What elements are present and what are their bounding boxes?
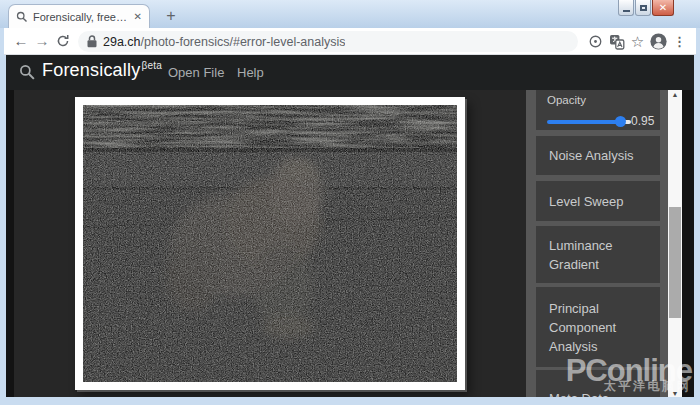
window-controls: ✕ xyxy=(617,0,674,16)
forward-button[interactable]: → xyxy=(33,28,51,54)
browser-menu-icon[interactable]: ⋮ xyxy=(669,32,690,51)
padlock-icon[interactable] xyxy=(87,35,97,48)
app-title: Forensicallyβeta xyxy=(42,60,162,81)
app-beta-label: βeta xyxy=(141,60,161,71)
tools-sidebar: Opacity 0.95 Noise Analysis Level Sweep … xyxy=(526,90,668,397)
opacity-label: Opacity xyxy=(547,94,652,107)
ela-settings-panel: Opacity 0.95 xyxy=(536,90,660,130)
maximize-button[interactable] xyxy=(635,0,651,16)
minimize-button[interactable] xyxy=(618,0,634,16)
scrollbar-down-icon[interactable]: ▼ xyxy=(668,390,682,397)
minimize-icon xyxy=(623,10,630,12)
url-path: /photo-forensics/#error-level-analysis xyxy=(141,35,346,49)
app-logo-magnifier-icon xyxy=(19,64,36,85)
app-header: Forensicallyβeta Open File Help xyxy=(6,55,694,90)
analysis-canvas[interactable] xyxy=(14,90,526,397)
browser-tab[interactable]: Forensically, free online photo ✕ xyxy=(8,4,150,29)
tab-title: Forensically, free online photo xyxy=(33,11,129,23)
sidebar-scrollbar[interactable]: ▲ ▼ xyxy=(668,90,682,397)
back-button[interactable]: ← xyxy=(12,28,30,54)
tab-close-icon[interactable]: ✕ xyxy=(134,12,142,22)
opacity-slider-track xyxy=(547,120,623,124)
browser-toolbar: ← → 29a.ch/photo-forensics/#error-level-… xyxy=(4,28,696,55)
browser-window: Forensically, free online photo ✕ + ✕ ← … xyxy=(0,0,700,405)
scrollbar-up-icon[interactable]: ▲ xyxy=(668,91,682,98)
tool-button-principal-component-analysis[interactable]: Principal Component Analysis xyxy=(536,287,660,367)
opacity-slider-thumb[interactable] xyxy=(615,116,626,127)
profile-avatar[interactable] xyxy=(648,32,669,51)
close-button[interactable]: ✕ xyxy=(652,0,674,16)
translate-icon[interactable] xyxy=(606,32,627,51)
menu-help[interactable]: Help xyxy=(237,65,264,80)
zoom-indicator-icon[interactable] xyxy=(585,32,606,51)
bookmark-star-icon[interactable]: ☆ xyxy=(627,32,648,51)
workspace: Opacity 0.95 Noise Analysis Level Sweep … xyxy=(6,90,694,397)
tool-button-meta-data[interactable]: Meta Data xyxy=(536,370,660,397)
reload-button[interactable] xyxy=(56,34,70,52)
new-tab-button[interactable]: + xyxy=(160,6,182,26)
tool-button-noise-analysis[interactable]: Noise Analysis xyxy=(536,136,660,175)
url-domain: 29a.ch xyxy=(103,35,141,49)
ela-result-image xyxy=(83,105,457,382)
toolbar-action-icons: ☆ ⋮ xyxy=(585,32,690,51)
forensically-page: Forensicallyβeta Open File Help xyxy=(6,55,694,397)
menu-open-file[interactable]: Open File xyxy=(168,65,224,80)
tab-favicon-magnifier-icon xyxy=(16,11,28,23)
titlebar: Forensically, free online photo ✕ + ✕ xyxy=(0,0,700,28)
tool-button-level-sweep[interactable]: Level Sweep xyxy=(536,181,660,221)
opacity-slider[interactable] xyxy=(547,116,631,127)
opacity-value: 0.95 xyxy=(631,112,654,131)
tool-button-luminance-gradient[interactable]: Luminance Gradient xyxy=(536,226,660,283)
address-bar[interactable]: 29a.ch/photo-forensics/#error-level-anal… xyxy=(78,31,578,52)
url-text[interactable]: 29a.ch/photo-forensics/#error-level-anal… xyxy=(103,35,345,49)
scrollbar-thumb[interactable] xyxy=(669,207,681,318)
maximize-icon xyxy=(640,5,647,11)
app-title-text: Forensically xyxy=(42,60,140,80)
ela-photo-frame[interactable] xyxy=(75,97,465,390)
